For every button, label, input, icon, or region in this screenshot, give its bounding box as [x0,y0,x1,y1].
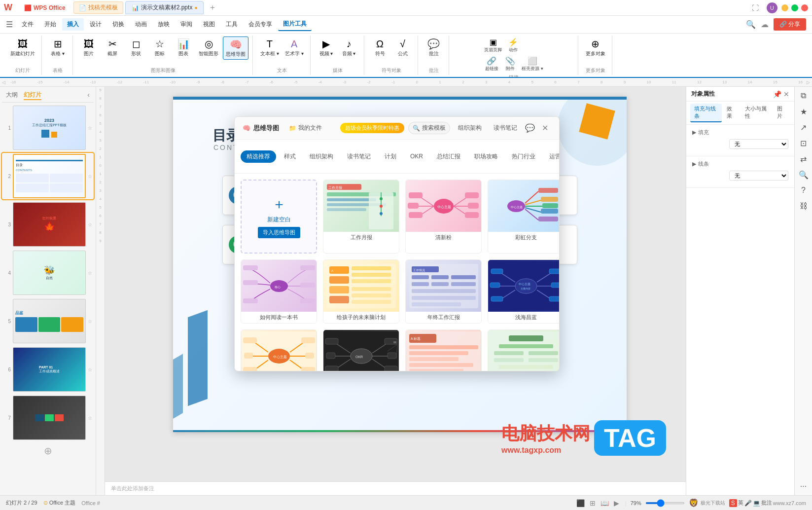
star-icon-5[interactable]: ☆ [88,319,92,324]
tab-okr[interactable]: OKR [404,151,429,162]
chat-icon[interactable]: 💬 [525,123,535,133]
slide-thumb-2[interactable]: 2 目录 CONTENTS ☆ [2,153,94,199]
tab-operation[interactable]: 运营 [543,150,559,163]
header-footer-btn[interactable]: ▣ 页眉页脚 [483,36,503,54]
comment-btn[interactable]: 💬 批注 [423,36,445,59]
more-objects-btn[interactable]: ⊕ 更多对象 [583,36,608,59]
taskbar-pc-icon[interactable]: 💻 [753,500,760,507]
hyperlink-btn[interactable]: 🔗 超链接 [483,55,500,73]
add-slide-btn[interactable]: ⊕ [44,445,52,457]
tab-industry[interactable]: 热门行业 [506,150,541,163]
search-template-btn[interactable]: 🔍 搜索模板 [408,122,450,134]
taskbar-mic-icon[interactable]: 🎤 [744,500,752,507]
search-icon[interactable]: 🔍 [746,20,756,29]
slide-thumb-7[interactable]: 7 ☆ [2,395,94,441]
star-icon-7[interactable]: ☆ [88,415,92,421]
rtool-help-btn[interactable]: ? [797,183,811,197]
audio-btn[interactable]: ♪ 音频 ▾ [338,36,360,59]
shape-btn[interactable]: ◻ 形状 [125,36,147,59]
rtool-share-btn[interactable]: ↗ [797,120,811,134]
fill-expand-icon[interactable]: ▶ [692,129,696,136]
arttext-btn[interactable]: A 艺术字 ▾ [282,36,306,59]
star-icon-1[interactable]: ☆ [88,125,92,131]
chart-btn[interactable]: 📊 图表 [173,36,194,59]
picture-btn[interactable]: 🖼 图片 [78,36,100,59]
attachment-btn[interactable]: 📎 附件 [501,55,519,73]
panel-pin-btn[interactable]: 📌 [773,90,781,98]
taskbar-comment-btn[interactable]: 批注 [761,499,772,507]
tab-featured[interactable]: 精选推荐 [241,150,276,163]
star-icon-2[interactable]: ☆ [88,174,92,179]
menu-review[interactable]: 审阅 [176,18,197,31]
menu-picture-tools[interactable]: 图片工具 [278,18,312,31]
menu-animation[interactable]: 动画 [130,18,152,31]
menu-home[interactable]: 开始 [39,18,61,31]
rpanel-tab-size[interactable]: 大小与属性 [741,104,773,122]
tab-org[interactable]: 组织架构 [304,150,339,163]
share-button[interactable]: 🔗 分享 [774,18,806,31]
formula-btn[interactable]: √ 公式 [392,36,414,59]
tab-reading[interactable]: 读书笔记 [341,150,377,163]
slide-thumb-4[interactable]: 4 🐝 自然 ☆ [2,250,94,296]
menu-icon-hamburger[interactable]: ☰ [6,20,13,29]
template-card-okr[interactable]: OKR [323,329,399,371]
shell-resource-btn[interactable]: ⬜ 框壳资源 ▾ [520,55,545,73]
maximize-btn[interactable] [791,4,798,11]
table-btn[interactable]: ⊞ 表格 ▾ [47,36,69,59]
star-icon-3[interactable]: ☆ [88,222,92,227]
rtool-replace-btn[interactable]: ⇄ [797,152,811,166]
menu-design[interactable]: 设计 [85,18,106,31]
promo-badge[interactable]: 超级会员秋季限时特惠 [340,123,404,133]
new-blank-card[interactable]: ＋ 新建空白 导入思维导图 [241,180,317,254]
menu-view[interactable]: 视图 [198,18,220,31]
template-card-kids[interactable]: A 给孩子的未 [323,259,399,324]
rpanel-tab-picture[interactable]: 图片 [773,104,790,122]
tab-summary[interactable]: 总结汇报 [431,150,466,163]
view-browse-btn[interactable]: ⊞ [588,498,598,508]
minimize-btn[interactable] [781,4,788,11]
stroke-expand-icon[interactable]: ▶ [692,161,696,167]
note-book-btn[interactable]: 读书笔记 [490,122,521,134]
template-card-work-month[interactable]: 工作月报 工作 [323,180,399,254]
template-card-read-book[interactable]: 核心 [241,259,317,324]
view-normal-btn[interactable]: ⬛ [574,498,587,508]
user-avatar[interactable]: U [767,2,777,13]
new-slide-btn[interactable]: 🖼 新建幻灯片 [8,36,37,59]
template-card-year-work[interactable]: 工作情况 年终 [405,259,482,324]
smart-shape-btn[interactable]: ◎ 智能图形 [196,36,221,59]
star-icon-6[interactable]: ☆ [88,367,92,372]
template-card-rainbow[interactable]: 中心主题 [488,180,559,254]
action-btn[interactable]: ⚡ 动作 [504,36,522,54]
org-btn[interactable]: 组织架构 [454,122,486,134]
tab-wps-office[interactable]: 🟥 WPS Office [18,2,71,13]
outline-tab[interactable]: 大纲 [6,91,18,100]
menu-vip[interactable]: 会员专享 [244,18,277,31]
symbol-btn[interactable]: Ω 符号 [369,36,391,59]
rpanel-tab-fill[interactable]: 填充与线条 [690,104,722,122]
menu-tools[interactable]: 工具 [221,18,243,31]
view-slideshow-btn[interactable]: ▶ [612,498,621,508]
my-files-btn[interactable]: 📁 我的文件 [285,122,326,134]
slide-thumb-3[interactable]: 3 红叶秋景 🍁 ☆ [2,201,94,248]
panel-collapse-btn[interactable]: ‹ [87,91,90,100]
tab-style[interactable]: 样式 [278,150,302,163]
tab-pptx[interactable]: 📊 演示文稿素材2.pptx ● [125,1,204,14]
slide-thumb-1[interactable]: 1 2023 工作总结汇报PPT模板 ☆ [2,105,94,151]
icon-btn[interactable]: ☆ 图标 [149,36,171,59]
cloud-save-icon[interactable]: ☁ [761,20,769,29]
template-card-row3a[interactable]: A 标题 [405,329,482,371]
dialog-close-btn[interactable]: ✕ [539,122,551,134]
tab-template[interactable]: 📄 找稿壳模板 [73,1,123,14]
close-window-btn[interactable] [801,4,808,11]
view-read-btn[interactable]: 📖 [599,498,611,508]
screenshot-btn[interactable]: ✂ 截屏 [102,36,123,59]
tab-plan[interactable]: 计划 [379,150,402,163]
rtool-star-btn[interactable]: ★ [797,105,811,118]
add-tab-btn[interactable]: ＋ [206,2,219,13]
mindmap-btn[interactable]: 🧠 思维导图 [223,36,248,60]
template-card-row3b[interactable] [488,329,559,371]
menu-file[interactable]: 文件 [17,18,38,31]
template-card-deep-blue[interactable]: 中心主题 主要内容 [488,259,559,324]
rpanel-tab-effect[interactable]: 效果 [723,104,740,122]
rtool-crop-btn[interactable]: ⊡ [797,136,811,150]
